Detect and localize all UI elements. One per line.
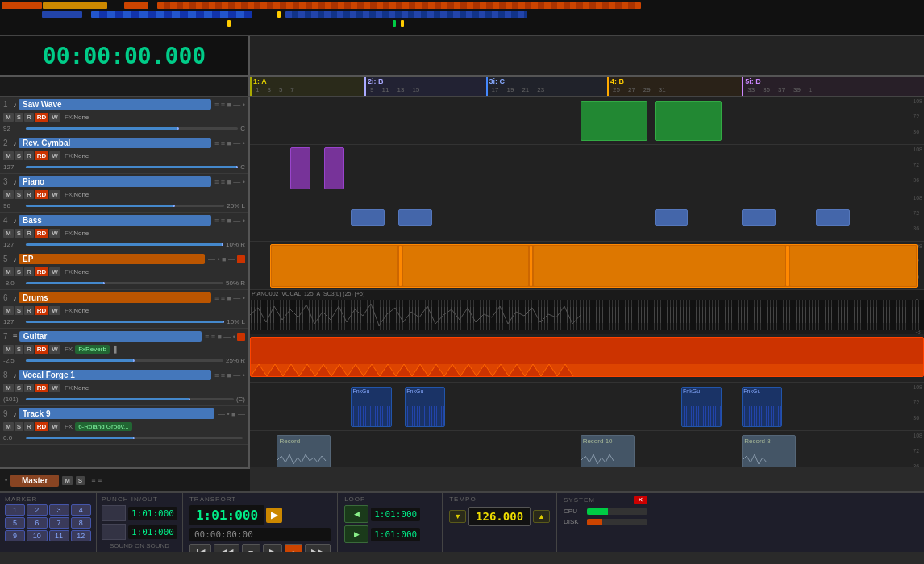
track-5-name[interactable]: EP (19, 254, 205, 264)
track-2-solo[interactable]: S (15, 151, 23, 160)
clip-1-2[interactable] (655, 101, 722, 141)
track-3-write[interactable]: W (49, 190, 60, 199)
track-6-record[interactable]: R (24, 306, 34, 315)
marker-11[interactable]: 11 (49, 530, 69, 541)
track-9-mute[interactable]: M (3, 422, 14, 431)
transport-record[interactable]: ● (285, 544, 303, 552)
track-2-rd[interactable]: RD (35, 151, 49, 160)
clip-1-1[interactable] (581, 101, 648, 141)
master-mute[interactable]: M (62, 476, 73, 485)
transport-back-start[interactable]: |◀ (189, 544, 211, 552)
clip-3-5[interactable] (816, 209, 850, 226)
clip-3-4[interactable] (742, 209, 776, 226)
clip-3-3[interactable] (655, 209, 689, 226)
track-9-write[interactable]: W (49, 422, 60, 431)
transport-forward[interactable]: ▶▶ (305, 544, 331, 552)
clip-7-2[interactable]: FnkGu (405, 387, 445, 427)
marker-10[interactable]: 10 (27, 530, 47, 541)
track-4-write[interactable]: W (49, 229, 60, 238)
track-4-solo[interactable]: S (15, 229, 23, 238)
system-close-btn[interactable]: ✕ (634, 496, 647, 504)
track-2-write[interactable]: W (49, 151, 60, 160)
track-7-name[interactable]: Guitar (19, 331, 202, 342)
track-4-mute[interactable]: M (3, 229, 14, 238)
clip-5-waveform[interactable] (250, 300, 924, 330)
track-9-rd[interactable]: RD (35, 422, 49, 431)
track-9-record[interactable]: R (24, 422, 34, 431)
tempo-down-btn[interactable]: ▼ (449, 510, 466, 523)
marker-3[interactable]: 3 (49, 504, 69, 516)
clip-4-full[interactable] (270, 244, 918, 288)
track-7-record[interactable]: R (24, 345, 34, 354)
marker-9[interactable]: 9 (5, 530, 25, 541)
track-8-name[interactable]: Vocal Forge 1 (19, 370, 211, 380)
track-1-record[interactable]: R (24, 113, 34, 122)
track-2-name[interactable]: Rev. Cymbal (19, 138, 211, 148)
track-3-rd[interactable]: RD (35, 190, 49, 199)
clip-7-1[interactable]: FnkGu (351, 387, 391, 427)
track-5-solo[interactable]: S (15, 267, 23, 276)
punch-out-btn[interactable] (102, 524, 126, 540)
track-1-rd[interactable]: RD (35, 113, 49, 122)
track-3-record[interactable]: R (24, 190, 34, 199)
transport-play[interactable]: ▶ (263, 544, 282, 552)
marker-6[interactable]: 6 (27, 517, 47, 529)
track-8-mute[interactable]: M (3, 384, 14, 392)
track-7-rd[interactable]: RD (35, 345, 49, 354)
transport-back[interactable]: ◀◀ (214, 544, 239, 552)
track-1-name[interactable]: Saw Wave (19, 99, 211, 110)
track-5-rd[interactable]: RD (35, 267, 49, 276)
marker-8[interactable]: 8 (71, 517, 91, 529)
track-8-solo[interactable]: S (15, 384, 23, 392)
loop-left-btn[interactable]: ◀ (344, 505, 368, 523)
tempo-up-btn[interactable]: ▲ (533, 510, 550, 523)
track-9-name[interactable]: Track 9 (19, 408, 214, 419)
clip-8-1[interactable]: Record (277, 435, 331, 467)
clip-2-1[interactable] (290, 147, 310, 189)
track-2-mute[interactable]: M (3, 151, 14, 160)
clip-8-3[interactable]: Record 8 (742, 435, 796, 467)
track-4-record[interactable]: R (24, 229, 34, 238)
track-3-name[interactable]: Piano (19, 176, 211, 187)
track-7-write[interactable]: W (49, 345, 60, 354)
track-5-record[interactable]: R (24, 267, 34, 276)
track-8-record[interactable]: R (24, 384, 34, 392)
track-3-mute[interactable]: M (3, 190, 14, 199)
track-6-mute[interactable]: M (3, 306, 14, 315)
track-9-solo[interactable]: S (15, 422, 23, 431)
track-3-solo[interactable]: S (15, 190, 23, 199)
loop-right-btn[interactable]: ▶ (344, 525, 368, 543)
track-6-solo[interactable]: S (15, 306, 23, 315)
marker-4[interactable]: 4 (71, 504, 91, 516)
track-1-mute[interactable]: M (3, 113, 14, 122)
transport-stop[interactable]: ■ (242, 544, 260, 552)
track-5-mute[interactable]: M (3, 267, 14, 276)
marker-1[interactable]: 1 (5, 504, 25, 516)
track-2-record[interactable]: R (24, 151, 34, 160)
track-7-solo[interactable]: S (15, 345, 23, 354)
track-5-write[interactable]: W (49, 267, 60, 276)
clip-2-2[interactable] (324, 147, 344, 189)
track-6-name[interactable]: Drums (19, 292, 211, 303)
clip-8-2[interactable]: Record 10 (581, 435, 635, 467)
clip-7-4[interactable]: FnkGu (742, 387, 782, 427)
marker-7[interactable]: 7 (49, 517, 69, 529)
punch-in-btn[interactable] (102, 505, 126, 521)
transport-jump-btn[interactable]: ▶ (266, 508, 282, 523)
marker-2[interactable]: 2 (27, 504, 47, 516)
track-1-write[interactable]: W (49, 113, 60, 122)
master-solo[interactable]: S (76, 476, 85, 485)
track-6-write[interactable]: W (49, 306, 60, 315)
track-7-mute[interactable]: M (3, 345, 14, 354)
track-1-solo[interactable]: S (15, 113, 23, 122)
track-6-rd[interactable]: RD (35, 306, 49, 315)
marker-5[interactable]: 5 (5, 517, 25, 529)
clip-6-full[interactable] (250, 337, 924, 377)
track-8-rd[interactable]: RD (35, 384, 49, 392)
track-8-write[interactable]: W (49, 384, 60, 392)
tempo-display[interactable]: 126.000 (468, 507, 531, 526)
track-4-name[interactable]: Bass (19, 215, 211, 226)
track-4-rd[interactable]: RD (35, 229, 49, 238)
clip-3-1[interactable] (351, 209, 385, 226)
clip-7-3[interactable]: FnkGu (681, 387, 722, 427)
